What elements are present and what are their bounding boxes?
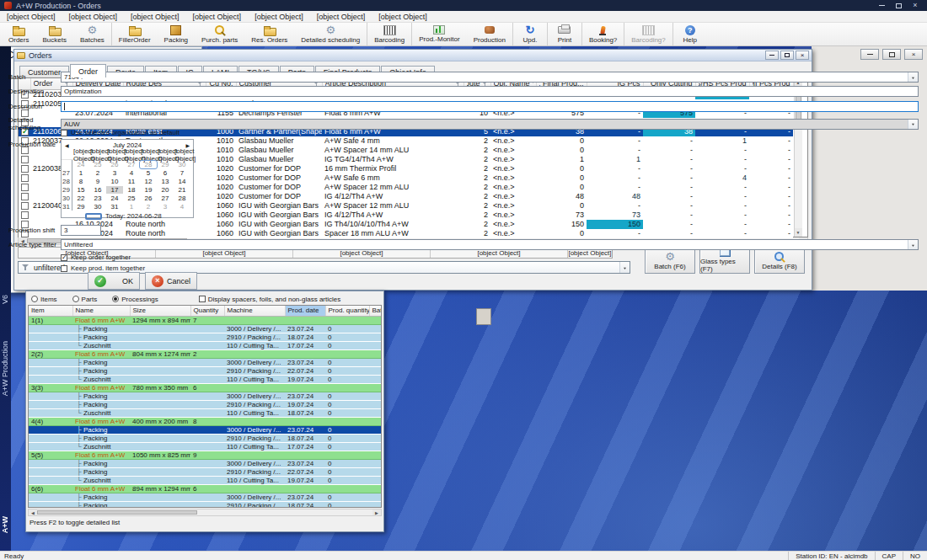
view-radio[interactable]: Processings (112, 296, 158, 303)
dropdown-button[interactable]: ▼ (908, 240, 918, 249)
keep-item-checkbox[interactable]: Keep prod. item together (61, 264, 145, 272)
calendar-day[interactable]: 26 (140, 195, 157, 202)
processing-row[interactable]: Packing 3000 / Delivery /... 23.07.24 0 (29, 459, 382, 467)
toolbar-button[interactable]: Detailed scheduling (294, 23, 367, 45)
orders-window-titlebar[interactable]: Orders × (14, 50, 812, 61)
menu-item[interactable]: [object Object] (124, 11, 186, 22)
toolbar-button[interactable]: FillerOrder (112, 23, 158, 45)
maximize-button[interactable] (891, 1, 906, 10)
calendar-day[interactable]: 13 (157, 178, 174, 185)
calendar-day[interactable]: 27 (123, 161, 140, 168)
calendar-day[interactable]: 20 (157, 186, 174, 194)
calendar-day[interactable]: 5 (140, 169, 157, 177)
column-header[interactable]: Item (29, 306, 72, 316)
horizontal-scrollbar[interactable]: ◀ ▶ (28, 509, 382, 516)
toolbar-button[interactable]: Booking? (582, 23, 624, 45)
toolbar-button[interactable]: Purch. parts (195, 23, 244, 45)
processing-row[interactable]: Packing 2910 / Packing /... 19.07.24 0 (29, 400, 382, 408)
scroll-left-icon[interactable]: ◀ (29, 509, 37, 515)
column-header[interactable]: Name (72, 306, 130, 316)
scroll-thumb[interactable] (37, 510, 197, 515)
calendar-day[interactable]: 10 (106, 178, 123, 185)
processing-row[interactable]: Zuschnitt 110 / Cutting Ta... 18.07.24 0 (29, 408, 382, 417)
calendar-day[interactable]: 14 (174, 178, 190, 185)
calendar-day[interactable]: 3 (157, 203, 174, 211)
row-checkbox[interactable] (21, 174, 29, 182)
toolbar-button[interactable]: Upd. (513, 23, 547, 45)
processing-row[interactable]: 6(6) Float 6 mm A+W 894 mm x 1294 mm 6 (29, 484, 382, 493)
row-checkbox[interactable] (21, 193, 29, 200)
toolbar-button[interactable]: Packing (158, 23, 195, 45)
article-filter-combobox[interactable]: Unfiltered ▼ (61, 239, 919, 250)
row-checkbox[interactable] (21, 211, 29, 219)
toolbar-button[interactable]: Prod.-Monitor (412, 23, 466, 45)
child-minimize-button[interactable] (860, 49, 879, 60)
tab[interactable]: Order (70, 64, 106, 77)
processing-row[interactable]: 5(5) Float 6 mm A+W 1050 mm x 825 mm 9 (29, 451, 382, 459)
toolbar-button[interactable]: Orders (2, 23, 35, 45)
processing-row[interactable]: Zuschnitt 110 / Cutting Ta... 19.07.24 0 (29, 375, 382, 383)
column-header[interactable]: Prod. quantity (325, 306, 369, 316)
calendar-day[interactable]: 23 (89, 195, 106, 202)
processing-row[interactable]: Zuschnitt 110 / Cutting Ta... 17.07.24 0 (29, 442, 382, 451)
scheduling-combobox[interactable]: AUW ▼ (61, 119, 919, 130)
child-close-button[interactable]: × (904, 49, 923, 60)
calendar-day[interactable]: 18 (123, 186, 140, 194)
calendar-day[interactable]: 16 (89, 186, 106, 194)
toolbar-button[interactable]: Res. Orders (244, 23, 294, 45)
calendar-day[interactable]: 22 (72, 195, 89, 202)
toolbar-button[interactable]: Batches (73, 23, 111, 45)
calendar-day[interactable]: 4 (174, 203, 190, 211)
calendar-day[interactable]: 15 (72, 186, 89, 194)
toolbar-button[interactable]: Barcoding (367, 23, 411, 45)
menu-item[interactable]: [object Object] (372, 11, 434, 22)
calendar-day[interactable]: 29 (157, 161, 174, 168)
description-input[interactable] (61, 101, 919, 112)
calendar-day[interactable]: 4 (123, 169, 140, 177)
calendar-day[interactable]: 24 (106, 195, 123, 202)
ok-button[interactable]: ✓ OK (88, 272, 140, 290)
designation-input[interactable]: Optimization (61, 86, 919, 97)
row-checkbox[interactable] (21, 156, 29, 163)
child-restore-button[interactable] (882, 49, 901, 60)
dropdown-button[interactable]: ▼ (908, 120, 918, 129)
toolbar-button[interactable]: Buckets (35, 23, 72, 45)
calendar-day[interactable]: 1 (123, 203, 140, 211)
calendar-day[interactable]: 31 (106, 203, 123, 211)
calendar-day[interactable]: 21 (174, 186, 190, 194)
processing-row[interactable]: Packing 2910 / Packing /... 18.07.24 0 (29, 501, 382, 508)
calendar-day[interactable]: 17 (106, 186, 123, 194)
calendar-day[interactable]: 26 (106, 161, 123, 168)
org-default-checkbox[interactable]: Use selected organisation as default (61, 129, 180, 136)
processing-row[interactable]: Packing 3000 / Delivery /... 23.07.24 0 (29, 358, 382, 366)
toolbar-button[interactable]: Help (673, 23, 707, 45)
processing-row[interactable]: Packing 3000 / Delivery /... 23.07.24 0 (29, 324, 382, 333)
calendar-day[interactable]: 1 (72, 169, 89, 177)
calendar-day[interactable]: 28 (174, 195, 190, 202)
row-checkbox[interactable] (21, 165, 29, 173)
toolbar-button[interactable]: Production (467, 23, 512, 45)
row-checkbox[interactable] (21, 184, 29, 191)
minimize-button[interactable] (765, 51, 779, 60)
calendar-day[interactable]: 2 (89, 169, 106, 177)
processing-row[interactable]: Packing 2910 / Packing /... 18.07.24 0 (29, 434, 382, 442)
processing-row[interactable]: Packing 2910 / Packing /... 22.07.24 0 (29, 366, 382, 375)
calendar-day[interactable]: 8 (72, 178, 89, 185)
processing-row[interactable]: 2(2) Float 6 mm A+W 804 mm x 1274 mm 2 (29, 349, 382, 358)
processing-row[interactable]: Zuschnitt 110 / Cutting Ta... 17.07.24 0 (29, 341, 382, 349)
close-button[interactable]: × (796, 51, 809, 60)
calendar-day[interactable]: 19 (140, 186, 157, 194)
calendar-day[interactable]: 7 (174, 169, 190, 177)
dropdown-button[interactable]: ▼ (908, 72, 918, 82)
menu-item[interactable]: [object Object] (0, 11, 62, 22)
calendar-day[interactable]: 30 (174, 161, 190, 168)
processing-row[interactable]: 4(4) Float 6 mm A+W 400 mm x 200 mm 8 (29, 417, 382, 425)
view-radio[interactable]: Items (31, 296, 57, 303)
menu-item[interactable]: [object Object] (62, 11, 125, 22)
calendar-day[interactable]: 2 (140, 203, 157, 211)
calendar-day[interactable]: 25 (89, 161, 106, 168)
processing-row[interactable]: Packing 3000 / Delivery /... 23.07.24 0 (29, 493, 382, 501)
row-checkbox[interactable] (21, 202, 29, 210)
calendar-day[interactable]: 24 (72, 161, 89, 168)
column-header[interactable]: Batch (369, 306, 382, 316)
